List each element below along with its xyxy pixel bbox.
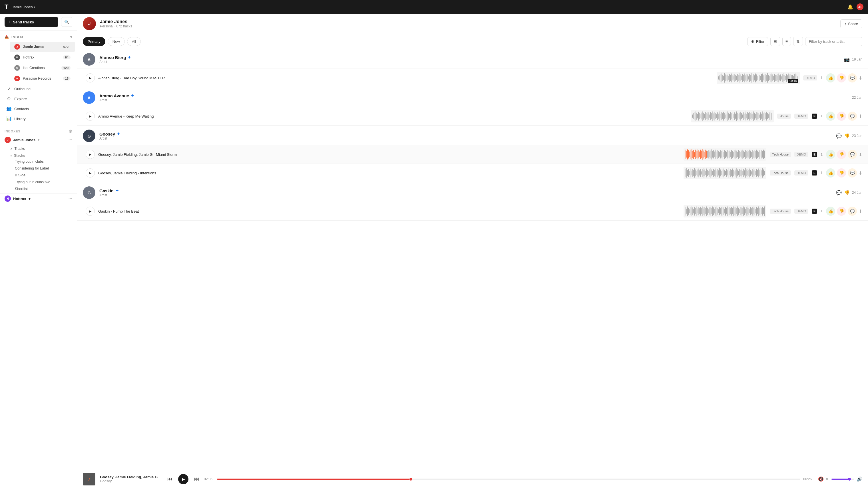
like-button-gaskin-1[interactable]: 👍 [826,206,835,216]
sidebar-tracks-item[interactable]: ♪ Tracks [0,145,77,152]
notification-count-badge[interactable]: 31 [857,3,863,10]
svg-rect-352 [747,169,748,177]
download-button-alonso-1[interactable]: ⬇ [859,75,862,81]
dislike-button-gaskin-1[interactable]: 👎 [837,206,846,216]
progress-bar[interactable] [217,479,800,480]
download-button-goosey-2[interactable]: ⬇ [859,170,862,176]
sidebar-item-explore[interactable]: ⊙ Explore [2,94,75,104]
stack-trying-out-two[interactable]: Trying out in clubs two [0,178,77,186]
play-button-gaskin-1[interactable]: ▶ [86,206,95,216]
tab-primary[interactable]: Primary [83,37,105,46]
dislike-button-goosey-1[interactable]: 👎 [837,150,846,159]
svg-rect-73 [781,76,782,79]
dislike-icon-gaskin[interactable]: 👎 [844,190,850,195]
waveform-ammo-1[interactable] [691,110,774,123]
view-list-button[interactable]: ≡ [782,37,791,46]
svg-rect-409 [717,206,717,216]
stack-considering-label[interactable]: Considering for Label [0,165,77,172]
svg-rect-126 [721,114,721,118]
inbox-nav-item[interactable]: 📥 Inbox ▾ [0,33,77,41]
play-button-ammo-1[interactable]: ▶ [86,111,95,121]
next-button[interactable]: ⏭ [194,476,199,482]
svg-rect-153 [744,113,744,119]
sidebar-item-library[interactable]: 📊 Library [2,114,75,124]
prev-button[interactable]: ⏮ [167,476,173,482]
sidebar-item-hottrax[interactable]: H Hottrax 64 [10,52,75,63]
sidebar-item-hot-creations[interactable]: ⊙ Hot Creations 120 [10,63,75,73]
play-button-goosey-2[interactable]: ▶ [86,168,95,177]
stack-shortlist[interactable]: Shortlist [0,186,77,192]
comment-button-goosey-1[interactable]: 💬 [848,150,857,159]
svg-rect-106 [703,113,704,120]
message-icon-gaskin[interactable]: 💬 [836,190,842,195]
download-button-ammo-1[interactable]: ⬇ [859,113,862,119]
comment-button-alonso-1[interactable]: 💬 [848,73,857,83]
dislike-button-ammo-1[interactable]: 👎 [837,111,846,121]
svg-rect-47 [758,75,759,81]
hottrax-inbox[interactable]: H Hottrax ▾ ··· [0,194,77,203]
search-button[interactable]: 🔍 [61,17,72,27]
dislike-button-goosey-2[interactable]: 👎 [837,168,846,177]
send-tracks-button[interactable]: + Send tracks [5,17,58,27]
svg-rect-355 [750,170,751,176]
stack-b-side[interactable]: B Side [0,172,77,178]
comment-button-ammo-1[interactable]: 💬 [848,111,857,121]
comment-button-goosey-2[interactable]: 💬 [848,168,857,177]
volume-icon[interactable]: 🔇 [818,476,824,482]
like-button-goosey-1[interactable]: 👍 [826,150,835,159]
jamie-inbox-chevron-icon: ▾ [38,138,39,142]
play-button-alonso-1[interactable]: ▶ [86,73,95,83]
filter-button[interactable]: ⚙ Filter [747,37,768,46]
dislike-icon-goosey[interactable]: 👎 [844,133,850,139]
waveform-goosey-1[interactable] [684,148,766,161]
svg-rect-391 [701,208,702,214]
topbar-user[interactable]: Jamie Jones ▾ [12,5,35,9]
download-button-goosey-1[interactable]: ⬇ [859,152,862,157]
waveform-alonso-1[interactable]: 00:18 [717,72,800,84]
sidebar-item-contacts[interactable]: 👥 Contacts [2,104,75,113]
message-icon-goosey[interactable]: 💬 [836,133,842,139]
view-layers-button[interactable]: ⊟ [770,37,780,46]
svg-rect-29 [743,75,744,81]
sidebar-item-jamie-jones[interactable]: J Jamie Jones 672 [10,42,75,52]
notification-bell-icon[interactable]: 🔔 [847,4,853,10]
dislike-button-alonso-1[interactable]: 👎 [837,73,846,83]
svg-rect-138 [731,113,732,119]
share-button[interactable]: ↑ Share [840,20,862,28]
volume-bar[interactable] [832,479,854,480]
hottrax-menu-icon[interactable]: ··· [68,196,72,201]
waveform-gaskin-1[interactable] [684,205,766,218]
svg-rect-121 [716,114,717,118]
artist-date-ammo: 22 Jan [852,96,862,100]
svg-rect-393 [703,207,703,215]
add-inbox-button[interactable]: ⊕ [68,128,72,134]
jamie-jones-inbox[interactable]: J Jamie Jones ▾ ··· [0,135,77,145]
svg-rect-302 [704,169,705,176]
svg-rect-187 [686,150,686,159]
comment-button-gaskin-1[interactable]: 💬 [848,206,857,216]
svg-rect-340 [737,169,738,176]
content-header: J Jamie Jones Personal · 672 tracks ↑ Sh… [77,14,868,34]
stack-trying-out[interactable]: Trying out in clubs [0,158,77,165]
tab-new[interactable]: New [107,37,125,46]
svg-rect-179 [766,112,767,121]
like-button-ammo-1[interactable]: 👍 [826,111,835,121]
svg-rect-115 [711,113,712,119]
svg-rect-149 [740,112,741,121]
waveform-goosey-2[interactable] [684,167,766,179]
jamie-inbox-menu-icon[interactable]: ··· [68,137,72,142]
sidebar-item-paradise-records[interactable]: P Paradise Records 15 [10,73,75,84]
sidebar-item-outbound[interactable]: ↗ Outbound [2,84,75,94]
play-button-goosey-1[interactable]: ▶ [86,150,95,159]
svg-rect-287 [691,171,692,175]
view-sort-button[interactable]: ⇅ [793,37,803,46]
download-button-gaskin-1[interactable]: ⬇ [859,208,862,214]
svg-rect-379 [691,208,691,214]
like-button-goosey-2[interactable]: 👍 [826,168,835,177]
volume-up-icon[interactable]: 🔊 [857,476,862,482]
like-button-alonso-1[interactable]: 👍 [826,73,835,83]
tab-all[interactable]: All [127,37,141,46]
filter-input[interactable] [805,37,862,46]
play-pause-button[interactable]: ▶ [178,474,188,484]
inboxes-section-header: INBOXES ⊕ [0,126,77,135]
